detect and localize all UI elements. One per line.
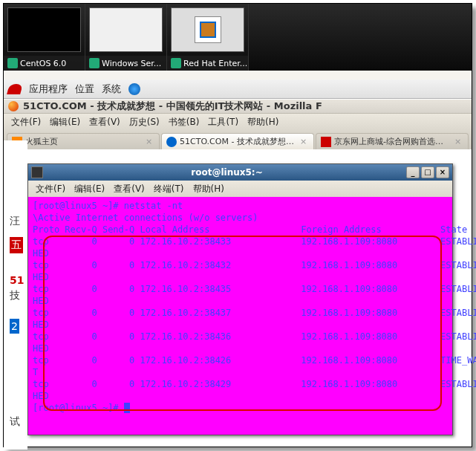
terminal-title: root@linux5:~ xyxy=(48,167,406,178)
tab-51cto[interactable]: 51CTO.COM - 技术成就梦想… × xyxy=(161,133,314,149)
terminal-line: tcp 0 0 172.16.10.2:38433 192.168.1.109:… xyxy=(33,236,448,247)
close-icon[interactable]: × xyxy=(146,137,154,146)
close-icon[interactable]: × xyxy=(454,137,463,146)
terminal-line: Proto Recv-Q Send-Q Local Address Foreig… xyxy=(33,224,448,236)
vm-icon xyxy=(171,58,181,68)
term-menu-terminal[interactable]: 终端(T) xyxy=(149,181,189,197)
task-centos[interactable]: CentOS 6.0 xyxy=(4,4,85,71)
tab-label: 51CTO.COM - 技术成就梦想… xyxy=(180,136,294,147)
terminal-icon xyxy=(31,166,43,178)
ff-menu-view[interactable]: 查看(V) xyxy=(85,114,125,130)
terminal-prompt: [root@linux5 ~]# xyxy=(33,402,448,414)
tab-label: 京东网上商城-综合网购首选… xyxy=(334,136,443,147)
ff-menu-file[interactable]: 文件(F) xyxy=(7,114,45,130)
terminal-line: HED xyxy=(33,390,448,402)
ff-menu-tools[interactable]: 工具(T) xyxy=(203,114,243,130)
winserv-thumb xyxy=(89,7,163,52)
taskbar: CentOS 6.0 Windows Ser... Red Hat Enter.… xyxy=(4,4,472,71)
terminal-line: tcp 0 0 172.16.10.2:38437 192.168.1.109:… xyxy=(33,307,448,319)
ff-menu-edit[interactable]: 编辑(E) xyxy=(45,114,85,130)
vm-icon xyxy=(89,58,100,68)
firefox-icon xyxy=(8,101,19,111)
ff-menu-help[interactable]: 帮助(H) xyxy=(243,114,283,130)
terminal-menubar: 文件(F) 编辑(E) 查看(V) 终端(T) 帮助(H) xyxy=(28,181,452,197)
firefox-titlebar: 51CTO.COM - 技术成就梦想 - 中国领先的IT技术网站 - Mozil… xyxy=(4,99,472,114)
task-label: Red Hat Enter... xyxy=(183,59,247,68)
redhat-icon xyxy=(7,84,23,94)
task-label: Windows Ser... xyxy=(102,59,161,68)
terminal-line: [root@linux5 ~]# netstat -nt xyxy=(33,200,448,212)
term-menu-help[interactable]: 帮助(H) xyxy=(189,181,229,197)
close-icon[interactable]: × xyxy=(300,137,309,146)
tab-label: 火狐主页 xyxy=(25,136,58,147)
maximize-button[interactable]: □ xyxy=(421,166,434,178)
task-label: CentOS 6.0 xyxy=(20,59,66,68)
terminal-line: tcp 0 0 172.16.10.2:38432 192.168.1.109:… xyxy=(33,259,448,271)
tab-jd[interactable]: 京东网上商城-综合网购首选… × xyxy=(316,133,469,149)
terminal-line: HED xyxy=(33,295,448,307)
terminal-line: T xyxy=(33,366,448,378)
gnome-panel: 应用程序 位置 系统 xyxy=(4,80,472,99)
gnome-places[interactable]: 位置 xyxy=(75,82,94,96)
close-button[interactable]: × xyxy=(436,166,449,178)
outer-frame: CentOS 6.0 Windows Ser... Red Hat Enter.… xyxy=(3,3,472,447)
term-menu-edit[interactable]: 编辑(E) xyxy=(70,181,109,197)
terminal-body[interactable]: [root@linux5 ~]# netstat -nt\Active Inte… xyxy=(28,197,452,435)
minimize-button[interactable]: _ xyxy=(406,166,420,178)
terminal-line: HED xyxy=(33,343,448,354)
favicon-icon xyxy=(166,137,177,147)
task-windows-server[interactable]: Windows Ser... xyxy=(85,4,167,71)
terminal-line: \Active Internet connections (w/o server… xyxy=(33,212,448,224)
term-menu-file[interactable]: 文件(F) xyxy=(31,181,70,197)
firefox-title: 51CTO.COM - 技术成就梦想 - 中国领先的IT技术网站 - Mozil… xyxy=(23,100,322,113)
terminal-line: tcp 0 0 172.16.10.2:38436 192.168.1.109:… xyxy=(33,331,448,343)
vm-icon xyxy=(7,58,18,68)
terminal-line: HED xyxy=(33,271,448,283)
terminal-line: HED xyxy=(33,247,448,259)
centos-thumb xyxy=(7,7,81,52)
terminal-window: root@linux5:~ _ □ × 文件(F) 编辑(E) 查看(V) 终端… xyxy=(27,163,453,435)
page-left-strip: 汪 五 51 技 2 试 xyxy=(4,140,27,450)
cursor xyxy=(124,403,130,413)
terminal-line: tcp 0 0 172.16.10.2:38429 192.168.1.109:… xyxy=(33,378,448,390)
gnome-apps[interactable]: 应用程序 xyxy=(29,82,68,96)
ff-menu-bookmarks[interactable]: 书签(B) xyxy=(164,114,204,130)
firefox-tabstrip: 火狐主页 × 51CTO.COM - 技术成就梦想… × 京东网上商城-综合网购… xyxy=(4,130,472,149)
globe-icon[interactable] xyxy=(128,83,140,95)
favicon-icon xyxy=(321,137,331,147)
rhel-thumb xyxy=(171,7,244,52)
terminal-line: HED xyxy=(33,319,448,331)
term-menu-view[interactable]: 查看(V) xyxy=(109,181,149,197)
terminal-line: tcp 0 0 172.16.10.2:38426 192.168.1.109:… xyxy=(33,354,448,366)
terminal-titlebar[interactable]: root@linux5:~ _ □ × xyxy=(28,164,452,181)
ff-menu-history[interactable]: 历史(S) xyxy=(125,114,164,130)
terminal-line: tcp 0 0 172.16.10.2:38435 192.168.1.109:… xyxy=(33,283,448,295)
gnome-system[interactable]: 系统 xyxy=(102,82,121,96)
firefox-menubar: 文件(F) 编辑(E) 查看(V) 历史(S) 书签(B) 工具(T) 帮助(H… xyxy=(4,114,472,130)
task-rhel[interactable]: Red Hat Enter... xyxy=(167,4,249,71)
tab-firefox-home[interactable]: 火狐主页 × xyxy=(7,133,160,149)
